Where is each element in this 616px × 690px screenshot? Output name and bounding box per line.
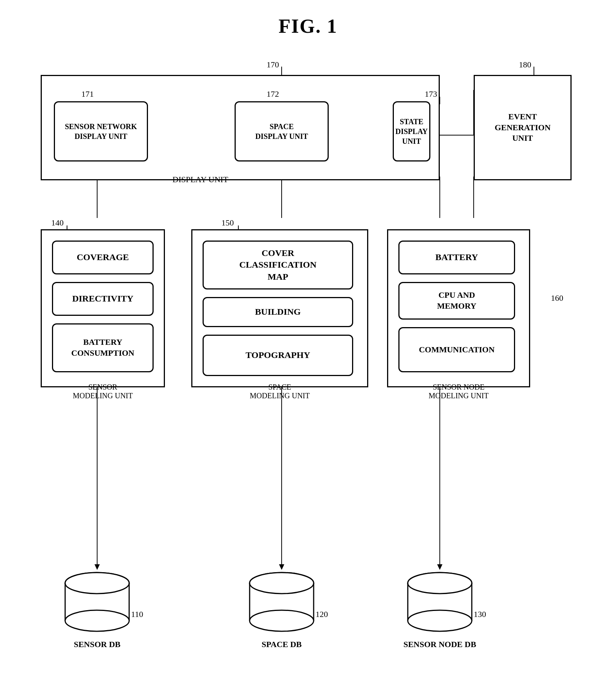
directivity-box: DIRECTIVITY xyxy=(52,282,154,316)
display-unit-label: DISPLAY UNIT xyxy=(172,175,228,184)
event-generation-unit: EVENT GENERATION UNIT xyxy=(474,75,572,180)
coverage-box: COVERAGE xyxy=(52,241,154,274)
svg-marker-18 xyxy=(279,564,284,570)
space-db-cylinder xyxy=(248,572,316,632)
svg-marker-17 xyxy=(95,564,100,570)
sensor-node-modeling-label: SENSOR NODE MODELING UNIT xyxy=(396,383,521,400)
diagram-container: 170 180 DISPLAY UNIT 171 172 173 SENSOR … xyxy=(26,60,590,690)
space-modeling-label: SPACE MODELING UNIT xyxy=(238,383,321,400)
battery-consumption-box: BATTERY CONSUMPTION xyxy=(52,323,154,372)
sensor-node-db-label: SENSOR NODE DB xyxy=(398,640,481,649)
ref-110: 110 xyxy=(131,609,143,619)
sensor-network-display-unit: SENSOR NETWORK DISPLAY UNIT xyxy=(54,101,148,161)
svg-point-25 xyxy=(65,573,129,594)
sensor-db-label: SENSOR DB xyxy=(63,640,131,649)
battery-box: BATTERY xyxy=(398,241,515,274)
page-title: FIG. 1 xyxy=(0,0,616,37)
svg-point-37 xyxy=(408,573,472,594)
ref-171: 171 xyxy=(81,89,94,99)
sensor-modeling-label: SENSOR MODELING UNIT xyxy=(56,383,150,400)
svg-marker-19 xyxy=(437,564,442,570)
building-box: BUILDING xyxy=(203,297,353,327)
ref-140: 140 xyxy=(51,218,64,228)
ref-120: 120 xyxy=(316,609,328,619)
cover-classification-map-box: COVER CLASSIFICATION MAP xyxy=(203,241,353,289)
ref-150: 150 xyxy=(221,218,234,228)
svg-point-30 xyxy=(250,610,314,631)
ref-170: 170 xyxy=(267,60,279,70)
ref-180: 180 xyxy=(519,60,531,70)
svg-point-31 xyxy=(250,573,314,594)
svg-point-36 xyxy=(408,610,472,631)
state-display-unit: STATE DISPLAY UNIT xyxy=(393,101,430,161)
ref-160: 160 xyxy=(551,293,563,303)
space-display-unit: SPACE DISPLAY UNIT xyxy=(235,101,329,161)
space-db-label: SPACE DB xyxy=(248,640,316,649)
topography-box: TOPOGRAPHY xyxy=(203,335,353,376)
communication-box: COMMUNICATION xyxy=(398,327,515,372)
sensor-db-cylinder xyxy=(63,572,131,632)
ref-130: 130 xyxy=(474,609,486,619)
ref-172: 172 xyxy=(267,89,279,99)
svg-point-24 xyxy=(65,610,129,631)
ref-173: 173 xyxy=(425,89,437,99)
sensor-node-db-cylinder xyxy=(406,572,474,632)
cpu-memory-box: CPU AND MEMORY xyxy=(398,282,515,320)
